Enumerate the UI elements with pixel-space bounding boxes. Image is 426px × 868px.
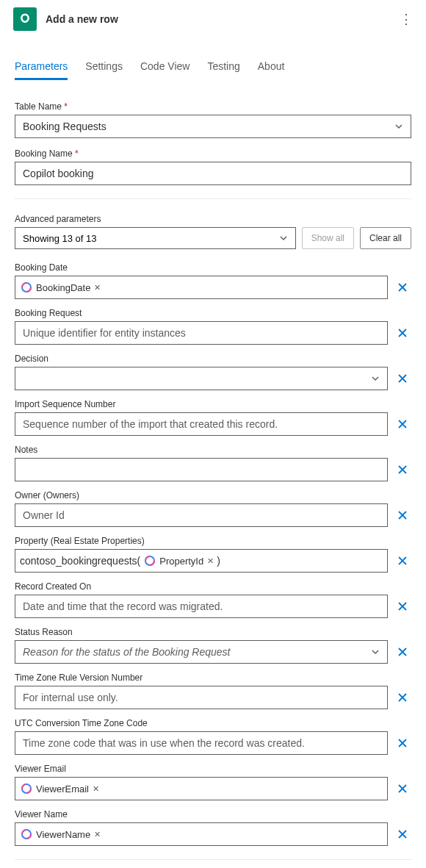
booking-request-label: Booking Request xyxy=(15,308,411,318)
divider-bottom xyxy=(15,859,411,860)
remove-param-icon[interactable] xyxy=(394,643,411,661)
decision-label: Decision xyxy=(15,354,411,364)
remove-param-icon[interactable] xyxy=(394,780,411,797)
param-list: Booking Date BookingDate ✕ Booking Reque… xyxy=(15,262,411,860)
table-name-select[interactable]: Booking Requests xyxy=(15,115,411,138)
viewer-name-token[interactable]: ViewerName ✕ xyxy=(20,828,101,841)
record-created-label: Record Created On xyxy=(15,581,411,592)
decision-select[interactable] xyxy=(15,367,388,390)
status-reason-select[interactable]: Reason for the status of the Booking Req… xyxy=(15,640,388,664)
advanced-header: Advanced parameters Showing 13 of 13 Sho… xyxy=(15,214,411,249)
tab-parameters[interactable]: Parameters xyxy=(15,56,68,80)
more-menu-icon[interactable]: ⋮ xyxy=(400,11,413,27)
tz-rule-input[interactable] xyxy=(15,686,388,709)
owner-label: Owner (Owners) xyxy=(15,490,411,501)
copilot-token-icon xyxy=(143,554,156,567)
tab-about[interactable]: About xyxy=(258,56,285,80)
tab-code-view[interactable]: Code View xyxy=(140,56,189,80)
remove-param-icon[interactable] xyxy=(394,825,411,843)
status-reason-label: Status Reason xyxy=(15,627,411,637)
booking-date-token[interactable]: BookingDate ✕ xyxy=(20,281,101,294)
copilot-token-icon xyxy=(20,782,33,795)
dataverse-icon xyxy=(13,7,37,31)
tab-testing[interactable]: Testing xyxy=(207,56,239,80)
token-remove-icon[interactable]: ✕ xyxy=(207,556,214,566)
notes-label: Notes xyxy=(15,445,411,455)
param-decision: Decision xyxy=(15,354,411,390)
viewer-email-token[interactable]: ViewerEmail ✕ xyxy=(20,782,99,795)
copilot-token-icon xyxy=(20,281,33,294)
property-token[interactable]: PropertyId ✕ xyxy=(143,554,214,567)
booking-date-token-text: BookingDate xyxy=(36,282,90,293)
divider xyxy=(15,198,411,199)
viewer-name-label: Viewer Name xyxy=(15,809,411,819)
booking-date-label: Booking Date xyxy=(15,262,411,273)
param-booking-date: Booking Date BookingDate ✕ xyxy=(15,262,411,299)
record-created-input[interactable] xyxy=(15,595,388,618)
advanced-left: Advanced parameters Showing 13 of 13 xyxy=(15,214,296,249)
tab-settings[interactable]: Settings xyxy=(85,56,123,80)
action-header: Add a new row ⋮ xyxy=(0,0,426,38)
property-prefix: contoso_bookingrequests( xyxy=(20,555,140,567)
token-remove-icon[interactable]: ✕ xyxy=(94,830,101,839)
import-seq-input[interactable] xyxy=(15,412,388,436)
property-suffix: ) xyxy=(217,555,220,567)
param-import-seq: Import Sequence Number xyxy=(15,399,411,436)
owner-input[interactable] xyxy=(15,503,388,527)
param-status-reason: Status Reason Reason for the status of t… xyxy=(15,627,411,664)
property-input[interactable]: contoso_bookingrequests( PropertyId ✕ ) xyxy=(15,549,388,573)
viewer-name-input[interactable]: ViewerName ✕ xyxy=(15,822,388,846)
remove-param-icon[interactable] xyxy=(394,279,411,296)
remove-param-icon[interactable] xyxy=(394,506,411,524)
param-property: Property (Real Estate Properties) contos… xyxy=(15,536,411,573)
viewer-email-input[interactable]: ViewerEmail ✕ xyxy=(15,777,388,800)
remove-param-icon[interactable] xyxy=(394,689,411,706)
tz-rule-label: Time Zone Rule Version Number xyxy=(15,672,411,683)
remove-param-icon[interactable] xyxy=(394,598,411,615)
remove-param-icon[interactable] xyxy=(394,461,411,478)
param-owner: Owner (Owners) xyxy=(15,490,411,527)
param-booking-request: Booking Request xyxy=(15,308,411,345)
utc-conv-label: UTC Conversion Time Zone Code xyxy=(15,718,411,728)
advanced-title: Advanced parameters xyxy=(15,214,296,224)
notes-input[interactable] xyxy=(15,458,388,481)
import-seq-label: Import Sequence Number xyxy=(15,399,411,409)
booking-name-label: Booking Name xyxy=(15,148,411,159)
viewer-email-token-text: ViewerEmail xyxy=(36,783,89,795)
param-notes: Notes xyxy=(15,445,411,481)
tab-bar: Parameters Settings Code View Testing Ab… xyxy=(0,56,426,81)
param-tz-rule: Time Zone Rule Version Number xyxy=(15,672,411,709)
param-utc-conv: UTC Conversion Time Zone Code xyxy=(15,718,411,755)
booking-name-input[interactable] xyxy=(15,162,411,185)
remove-param-icon[interactable] xyxy=(394,415,411,433)
field-table-name: Table Name Booking Requests xyxy=(15,101,411,138)
property-token-text: PropertyId xyxy=(159,556,203,567)
panel-content: Table Name Booking Requests Booking Name… xyxy=(0,81,426,860)
viewer-name-token-text: ViewerName xyxy=(36,829,90,840)
token-remove-icon[interactable]: ✕ xyxy=(94,283,101,293)
param-viewer-name: Viewer Name ViewerName ✕ xyxy=(15,809,411,846)
token-remove-icon[interactable]: ✕ xyxy=(93,784,99,794)
advanced-showing-select[interactable]: Showing 13 of 13 xyxy=(15,227,296,249)
utc-conv-input[interactable] xyxy=(15,731,388,755)
param-viewer-email: Viewer Email ViewerEmail ✕ xyxy=(15,764,411,800)
booking-date-input[interactable]: BookingDate ✕ xyxy=(15,276,388,299)
remove-param-icon[interactable] xyxy=(394,324,411,342)
param-record-created: Record Created On xyxy=(15,581,411,618)
booking-request-input[interactable] xyxy=(15,321,388,345)
header-left: Add a new row xyxy=(13,7,118,31)
remove-param-icon[interactable] xyxy=(394,552,411,570)
action-title: Add a new row xyxy=(46,13,118,25)
remove-param-icon[interactable] xyxy=(394,370,411,387)
clear-all-button[interactable]: Clear all xyxy=(360,227,411,249)
property-label: Property (Real Estate Properties) xyxy=(15,536,411,546)
field-booking-name: Booking Name xyxy=(15,148,411,185)
show-all-button[interactable]: Show all xyxy=(302,227,354,249)
viewer-email-label: Viewer Email xyxy=(15,764,411,774)
copilot-token-icon xyxy=(20,828,33,841)
remove-param-icon[interactable] xyxy=(394,734,411,752)
table-name-label: Table Name xyxy=(15,101,411,112)
